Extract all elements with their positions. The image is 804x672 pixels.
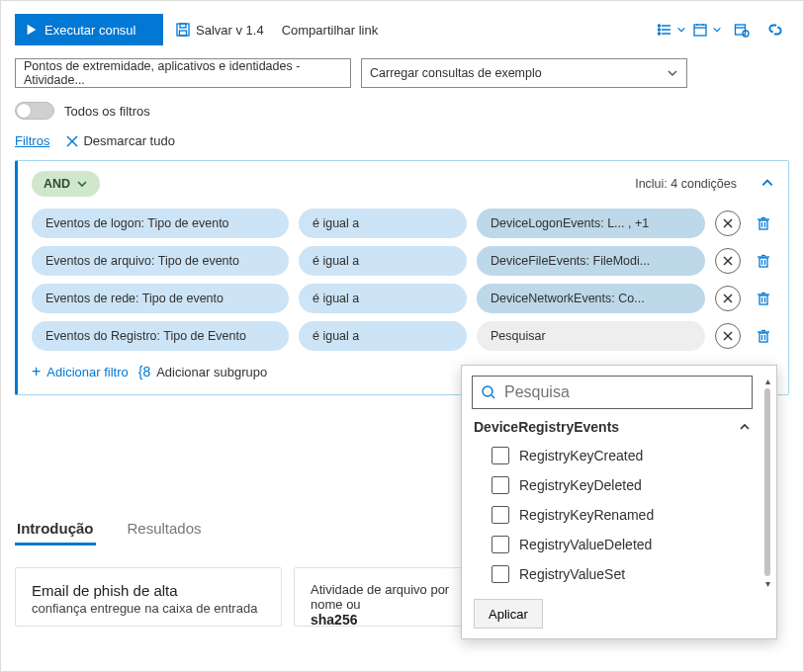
popover-search[interactable]	[472, 376, 753, 409]
condition-field-pill[interactable]: Eventos do Registro: Tipo de Evento	[32, 321, 289, 351]
option-label: RegistryKeyCreated	[519, 448, 643, 463]
svg-rect-1	[177, 24, 189, 36]
logic-operator-pill[interactable]: AND	[32, 171, 100, 197]
condition-field-pill[interactable]: Eventos de arquivo: Tipo de evento	[32, 246, 289, 276]
checkbox[interactable]	[491, 565, 509, 583]
condition-value-pill[interactable]: Pesquisar	[477, 321, 705, 351]
svg-point-8	[659, 29, 661, 31]
condition-operator-pill[interactable]: é igual a	[299, 321, 467, 351]
condition-operator-pill[interactable]: é igual a	[299, 246, 467, 276]
scope-label: Pontos de extremidade, aplicativos e ide…	[24, 59, 342, 87]
add-subgroup-button[interactable]: {8 Adicionar subgrupo	[138, 364, 268, 379]
condition-field-pill[interactable]: Eventos de rede: Tipo de evento	[32, 284, 289, 313]
option-group-header[interactable]: DeviceRegistryEvents	[474, 419, 768, 435]
clear-value-button[interactable]	[715, 248, 741, 274]
scroll-thumb[interactable]	[764, 388, 770, 576]
close-icon	[722, 217, 734, 229]
run-label: Executar consul	[45, 23, 136, 38]
scope-row: Pontos de extremidade, aplicativos e ide…	[15, 58, 789, 88]
and-label: AND	[44, 177, 70, 191]
add-subgroup-label: Adicionar subgrupo	[156, 365, 267, 379]
popover-scrollbar[interactable]: ▴ ▾	[761, 376, 773, 589]
tab-intro[interactable]: Introdução	[15, 514, 96, 546]
clear-value-button[interactable]	[715, 286, 741, 311]
schedule-button[interactable]	[728, 16, 756, 43]
trash-icon	[756, 328, 771, 344]
all-filters-toggle[interactable]	[15, 102, 54, 120]
svg-line-48	[491, 395, 494, 398]
chevron-up-icon	[739, 421, 751, 433]
clear-all-button[interactable]: Desmarcar tudo	[65, 133, 174, 148]
close-icon	[65, 134, 79, 148]
delete-condition-button[interactable]	[753, 291, 774, 306]
delete-condition-button[interactable]	[753, 253, 774, 269]
svg-rect-14	[736, 25, 746, 35]
svg-rect-42	[759, 333, 767, 342]
checkbox[interactable]	[491, 476, 509, 494]
value-text: DeviceFileEvents: FileModi...	[491, 254, 650, 268]
delete-condition-button[interactable]	[753, 328, 774, 344]
card-title: Atividade de arquivo por nome ou	[311, 582, 475, 612]
option-item[interactable]: RegistryKeyDeleted	[491, 470, 768, 500]
run-query-button[interactable]: Executar consul	[15, 14, 163, 45]
close-icon	[722, 330, 734, 342]
option-label: RegistryValueDeleted	[519, 537, 652, 552]
clear-value-button[interactable]	[715, 210, 741, 236]
svg-point-7	[659, 25, 661, 27]
filter-builder-panel: AND Inclui: 4 condições Eventos de logon…	[15, 160, 789, 395]
chevron-down-icon	[676, 25, 686, 35]
svg-rect-10	[694, 25, 706, 36]
card-sub: sha256	[311, 612, 475, 628]
option-item[interactable]: RegistryValueDeleted	[491, 530, 768, 559]
all-filters-toggle-row: Todos os filtros	[15, 102, 789, 120]
share-label: Compartilhar link	[282, 23, 379, 38]
plus-icon: +	[32, 363, 41, 380]
option-item[interactable]: RegistryKeyCreated	[491, 441, 768, 470]
condition-field-pill[interactable]: Eventos de logon: Tipo de evento	[32, 209, 289, 238]
filters-link[interactable]: Filtros	[15, 133, 49, 148]
value-picker-popover: DeviceRegistryEvents RegistryKeyCreatedR…	[461, 365, 777, 639]
search-icon	[481, 384, 496, 400]
chevron-up-icon	[760, 176, 774, 190]
link-button[interactable]	[761, 16, 789, 43]
subgroup-icon: {8	[138, 364, 150, 379]
list-view-menu[interactable]	[657, 22, 686, 38]
checkbox[interactable]	[491, 506, 509, 524]
samples-select[interactable]: Carregar consultas de exemplo	[361, 58, 687, 88]
share-link-button[interactable]: Compartilhar link	[276, 19, 385, 42]
add-filter-button[interactable]: + Adicionar filtro	[32, 363, 129, 380]
collapse-button[interactable]	[760, 176, 774, 193]
tab-results[interactable]: Resultados	[126, 514, 204, 546]
sample-card[interactable]: Email de phish de alta confiança entregu…	[15, 567, 282, 627]
save-button[interactable]: Salvar v 1.4	[169, 18, 270, 42]
option-item[interactable]: RegistryKeyRenamed	[491, 500, 768, 530]
play-icon	[25, 23, 39, 37]
link-icon	[766, 21, 784, 39]
condition-value-pill[interactable]: DeviceFileEvents: FileModi...	[477, 246, 705, 276]
condition-operator-pill[interactable]: é igual a	[299, 209, 467, 238]
condition-operator-pill[interactable]: é igual a	[299, 284, 467, 313]
apply-button[interactable]: Aplicar	[474, 599, 543, 629]
svg-point-9	[659, 33, 661, 35]
search-input[interactable]	[502, 382, 744, 402]
checkbox[interactable]	[491, 536, 509, 553]
add-filter-label: Adicionar filtro	[46, 365, 128, 379]
list-icon	[657, 22, 672, 38]
value-text: DeviceNetworkEvents: Co...	[491, 292, 645, 305]
svg-rect-21	[759, 220, 767, 229]
clear-value-button[interactable]	[715, 323, 741, 349]
condition-value-pill[interactable]: DeviceNetworkEvents: Co...	[477, 284, 705, 313]
save-label: Salvar v 1.4	[196, 23, 264, 38]
scope-select[interactable]: Pontos de extremidade, aplicativos e ide…	[15, 58, 351, 88]
svg-rect-28	[759, 258, 767, 267]
chevron-down-icon	[667, 67, 678, 79]
delete-condition-button[interactable]	[753, 215, 774, 231]
option-item[interactable]: RegistryValueSet	[491, 559, 768, 589]
chevron-down-icon	[76, 178, 88, 190]
condition-value-pill[interactable]: DeviceLogonEvents: L... , +1	[477, 209, 705, 238]
checkbox[interactable]	[491, 447, 509, 464]
samples-label: Carregar consultas de exemplo	[370, 66, 542, 80]
trash-icon	[756, 253, 771, 269]
date-range-menu[interactable]	[692, 22, 722, 38]
option-label: RegistryKeyRenamed	[519, 507, 654, 523]
